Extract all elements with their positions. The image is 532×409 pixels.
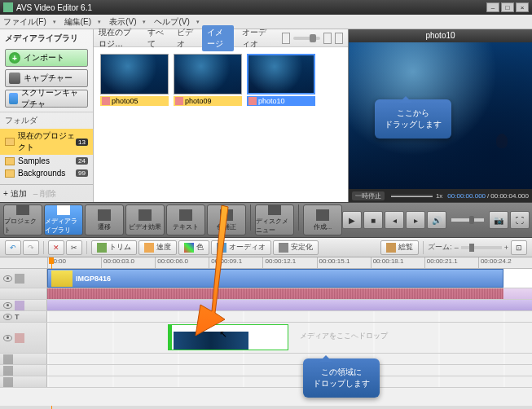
folder-icon — [5, 169, 15, 178]
fullscreen-button[interactable]: ⛶ — [510, 211, 530, 229]
zoom-fit-button[interactable]: ⊡ — [511, 240, 527, 255]
minimize-button[interactable]: – — [486, 2, 499, 12]
thumb-photo09[interactable]: photo09 — [174, 54, 242, 106]
edit-toolbar: ↶ ↷ ✕ ✂ トリム 速度 色 オーディオ 安定化 総覧 ズーム: – + ⊡ — [0, 238, 532, 257]
drop-callout: この領域に ドロップします — [303, 358, 380, 398]
preview-controls: 一時停止 1x 00:00:00.000 / 00:00:04.000 — [349, 189, 532, 202]
play-button[interactable]: ▶ — [342, 211, 362, 229]
speaker-icon — [3, 354, 13, 364]
thumb-size-large-icon[interactable] — [323, 33, 332, 44]
zoom-out-button[interactable]: – — [455, 244, 459, 252]
audio3-track[interactable] — [0, 376, 532, 388]
audio1-track[interactable] — [0, 354, 532, 365]
stabilize-icon — [279, 243, 288, 253]
eye-icon[interactable] — [3, 335, 12, 341]
speed-button[interactable]: 速度 — [138, 240, 177, 255]
tool-make[interactable]: 作成... — [303, 204, 342, 235]
thumb-size-slider[interactable] — [293, 37, 320, 40]
tool-media-library[interactable]: メディアライブラリ — [44, 204, 83, 235]
fx-icon — [15, 301, 24, 310]
timeline-ruler[interactable]: 00:00 00:00:03.0 00:00:06.0 00:00:09.1 0… — [0, 257, 532, 269]
clip-main[interactable]: IMGP8416 — [47, 269, 503, 288]
view-mode-icon[interactable] — [335, 33, 343, 44]
folder-current-project[interactable]: 現在のプロジェクト 13 — [0, 129, 93, 155]
tool-text[interactable]: テキスト — [166, 204, 205, 235]
music-icon — [3, 377, 13, 387]
tool-project[interactable]: プロジェクト — [3, 204, 42, 235]
trim-icon — [97, 243, 107, 253]
preview-scrubber[interactable] — [391, 195, 433, 197]
preview-title: photo10 — [349, 29, 532, 42]
playback-controls: ▶ ■ ◂ ▸ 🔊 📷 ⛶ — [342, 211, 530, 229]
stop-button[interactable]: ■ — [363, 211, 383, 229]
maximize-button[interactable]: □ — [501, 2, 514, 12]
zoom-in-button[interactable]: + — [504, 244, 508, 252]
folder-samples[interactable]: Samples 24 — [0, 155, 93, 167]
redo-button[interactable]: ↷ — [23, 240, 39, 255]
close-button[interactable]: × — [516, 2, 529, 12]
menu-file[interactable]: ファイル(F) — [3, 16, 46, 28]
mic-icon — [3, 366, 13, 376]
camera-icon — [9, 73, 20, 84]
thumb-photo10[interactable]: photo10 — [247, 54, 315, 106]
folder-backgrounds[interactable]: Backgrounds 99 — [0, 167, 93, 179]
undo-button[interactable]: ↶ — [5, 240, 21, 255]
clip-thumb — [51, 270, 73, 287]
image-icon — [175, 97, 183, 105]
tool-disc-menu[interactable]: ディスクメニュー — [255, 204, 294, 235]
screen-capture-button[interactable]: スクリーンキャプチャ — [5, 90, 88, 108]
drop-clip-thumb — [174, 332, 248, 350]
video-track[interactable]: IMGP8416 — [0, 269, 532, 288]
folder-list: フォルダ 現在のプロジェクト 13 Samples 24 Backgrounds… — [0, 112, 93, 184]
next-frame-button[interactable]: ▸ — [406, 211, 425, 229]
text-track[interactable]: T — [0, 311, 532, 323]
playhead[interactable] — [47, 257, 55, 269]
folder-icon — [5, 138, 15, 146]
tool-videofx[interactable]: ビデオ効果 — [125, 204, 165, 235]
audio-button[interactable]: オーディオ — [211, 240, 271, 255]
pause-button[interactable]: 一時停止 — [352, 191, 385, 200]
thumb-photo05[interactable]: photo05 — [100, 54, 169, 106]
volume-slider[interactable] — [451, 218, 484, 222]
overlay-track[interactable]: ↖ メディアをここへドロップ — [0, 323, 532, 354]
zoom-slider[interactable] — [461, 246, 502, 249]
current-time: 00:00:00.000 — [447, 192, 486, 200]
add-folder-button[interactable]: + 追加 — [3, 188, 27, 200]
tool-color[interactable]: 色補正 — [207, 204, 246, 235]
drop-placeholder: メディアをここへドロップ — [300, 331, 388, 341]
tool-transition[interactable]: 遷移 — [85, 204, 124, 235]
import-button[interactable]: + インポート — [5, 49, 88, 67]
overview-icon — [386, 243, 396, 253]
plus-icon: + — [9, 52, 20, 64]
split-button[interactable]: ✂ — [66, 240, 82, 255]
thumb-size-small-icon[interactable] — [282, 33, 290, 44]
redo-icon: ↷ — [28, 244, 34, 252]
overview-button[interactable]: 総覧 — [380, 240, 419, 255]
menu-view[interactable]: 表示(V) — [109, 16, 136, 28]
eye-icon[interactable] — [3, 314, 12, 320]
audio-wave-track[interactable] — [0, 288, 532, 300]
filter-folder-label: 現在のプロジ… — [99, 27, 138, 50]
snapshot-button[interactable]: 📷 — [489, 211, 508, 229]
menu-edit[interactable]: 編集(E) — [64, 16, 91, 28]
window-title: AVS Video Editor 6.1 — [16, 3, 92, 12]
prev-frame-button[interactable]: ◂ — [385, 211, 404, 229]
drag-callout: ここから ドラッグします — [375, 99, 451, 139]
overlay-drop-preview[interactable]: ↖ — [168, 324, 288, 350]
image-icon — [248, 97, 257, 105]
delete-button[interactable]: ✕ — [48, 240, 64, 255]
folder-header: フォルダ — [0, 112, 93, 129]
speaker-icon[interactable]: 🔊 — [427, 211, 446, 229]
delete-folder-button[interactable]: – 削除 — [33, 188, 56, 200]
stabilize-button[interactable]: 安定化 — [273, 240, 319, 255]
eye-icon[interactable] — [3, 302, 12, 309]
filter-bar: 現在のプロジ… すべて ビデオ イメージ オーディオ — [94, 29, 348, 47]
trim-button[interactable]: トリム — [91, 240, 137, 255]
capture-button[interactable]: キャプチャー — [5, 69, 88, 87]
delete-icon: ✕ — [53, 244, 59, 252]
undo-icon: ↶ — [10, 244, 16, 252]
fx-track[interactable] — [0, 300, 532, 311]
audio2-track[interactable] — [0, 365, 532, 376]
color-button[interactable]: 色 — [178, 240, 209, 255]
eye-icon[interactable] — [3, 275, 12, 282]
